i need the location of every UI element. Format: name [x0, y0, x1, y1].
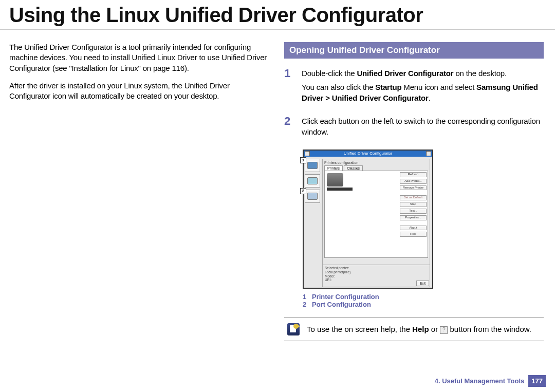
step-1-number: 1: [284, 68, 294, 106]
selected-line-1: Local printer(idle): [325, 270, 428, 274]
panel-tabs: Printers Classes: [324, 165, 428, 171]
module-rail: 1 2: [305, 159, 320, 205]
window-titlebar: Unified Driver Configurator: [304, 151, 432, 157]
about-button[interactable]: About: [400, 226, 427, 231]
scanner-icon: [307, 177, 318, 184]
page-number: 177: [528, 375, 546, 387]
left-column: The Unified Driver Configurator is a too…: [9, 42, 269, 341]
text: Double-click the: [302, 69, 357, 78]
text: Click each button on the left to switch …: [302, 116, 544, 137]
text: on the desktop.: [453, 69, 507, 78]
text: .: [429, 94, 431, 102]
refresh-button[interactable]: Refresh: [400, 172, 427, 177]
exit-button[interactable]: Exit: [416, 281, 429, 286]
note-icon: [287, 323, 300, 335]
remove-printer-button[interactable]: Remove Printer: [400, 185, 427, 191]
step-2: 2 Click each button on the left to switc…: [284, 116, 544, 140]
callout-1: 1: [300, 157, 306, 163]
two-column-layout: The Unified Driver Configurator is a too…: [0, 30, 555, 341]
bold-text: Help: [412, 325, 429, 333]
port-icon: [307, 193, 318, 200]
printer-device-icon: [327, 173, 343, 186]
legend-number: 1: [303, 293, 308, 301]
panel-label: Printers configuration: [324, 161, 428, 164]
chapter-label: 4. Useful Management Tools: [435, 377, 525, 385]
test-button[interactable]: Test...: [400, 209, 427, 214]
rail-printer-button[interactable]: 1: [305, 159, 320, 172]
selected-line-3: URI:: [325, 278, 428, 282]
selected-header: Selected printer:: [325, 266, 428, 270]
printer-icon: [307, 162, 318, 169]
printer-list-area: Refresh Add Printer... Remove Printer Se…: [324, 171, 428, 258]
selected-line-2: Model:: [325, 274, 428, 278]
action-buttons: Refresh Add Printer... Remove Printer Se…: [399, 171, 428, 257]
text: To use the on screen help, the: [307, 325, 412, 333]
legend-row-1: 1 Printer Configuration: [303, 293, 544, 301]
close-icon: [426, 151, 431, 156]
window-title: Unified Driver Configurator: [310, 151, 426, 156]
intro-paragraph-1: The Unified Driver Configurator is a too…: [9, 42, 269, 73]
set-default-button[interactable]: Set as Default: [400, 195, 427, 200]
add-printer-button[interactable]: Add Printer...: [400, 179, 427, 184]
page-title: Using the Linux Unified Driver Configura…: [0, 0, 555, 30]
text: or: [429, 325, 440, 333]
legend-text: Printer Configuration: [312, 293, 379, 301]
printer-device-label: [327, 188, 353, 191]
right-column: Opening Unified Driver Configurator 1 Do…: [284, 42, 544, 341]
intro-paragraph-2: After the driver is installed on your Li…: [9, 81, 269, 102]
window-body: 1 2 Printers configuration: [304, 157, 432, 288]
rail-scanner-button[interactable]: [305, 174, 320, 188]
callout-2: 2: [300, 188, 306, 194]
legend-number: 2: [303, 301, 308, 308]
bold-text: >: [323, 94, 332, 102]
legend-row-2: 2 Port Configuration: [303, 301, 544, 308]
spacer: [400, 192, 427, 194]
step-1-body: Double-click the Unified Driver Configur…: [302, 68, 544, 106]
printer-list[interactable]: [325, 171, 399, 257]
selected-printer-panel: Selected printer: Local printer(idle) Mo…: [322, 265, 430, 287]
tab-printers[interactable]: Printers: [324, 165, 343, 171]
properties-button[interactable]: Properties...: [400, 215, 427, 220]
bold-text: Unified Driver Configurator: [332, 94, 429, 102]
step-2-body: Click each button on the left to switch …: [302, 116, 544, 140]
legend-text: Port Configuration: [312, 301, 371, 308]
text: You can also click the: [302, 83, 375, 91]
bold-text: Unified Driver Configurator: [357, 69, 453, 78]
question-mark-icon: ?: [440, 326, 448, 334]
step-1: 1 Double-click the Unified Driver Config…: [284, 68, 544, 106]
section-heading: Opening Unified Driver Configurator: [284, 42, 544, 59]
printers-panel: Printers configuration Printers Classes: [322, 159, 430, 266]
rail-port-button[interactable]: 2: [305, 190, 320, 203]
screenshot-figure: Unified Driver Configurator 1 2: [303, 150, 544, 289]
help-button[interactable]: Help: [400, 232, 427, 237]
bold-text: Startup: [375, 83, 401, 91]
figure-legend: 1 Printer Configuration 2 Port Configura…: [303, 293, 544, 308]
tab-classes[interactable]: Classes: [344, 165, 363, 171]
stop-button[interactable]: Stop: [400, 202, 427, 207]
window-icon: [305, 151, 310, 156]
configurator-window: Unified Driver Configurator 1 2: [303, 150, 433, 289]
spacer: [400, 222, 427, 224]
text: Menu icon and select: [401, 83, 476, 91]
text: button from the window.: [448, 325, 531, 333]
note-box: To use the on screen help, the Help or ?…: [284, 318, 544, 341]
page-footer: 4. Useful Management Tools 177: [435, 375, 546, 387]
note-text: To use the on screen help, the Help or ?…: [307, 325, 531, 334]
step-2-number: 2: [284, 116, 294, 140]
